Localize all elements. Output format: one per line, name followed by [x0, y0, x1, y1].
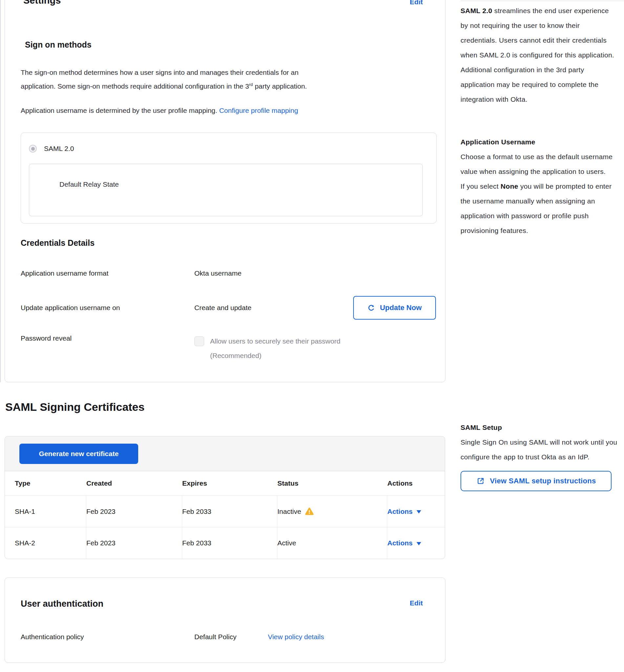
page-left-divider [0, 0, 1, 382]
cell-created: Feb 2023 [86, 496, 182, 527]
view-saml-setup-instructions-button[interactable]: View SAML setup instructions [461, 471, 612, 491]
saml-setup-para: Single Sign On using SAML will not work … [461, 435, 618, 464]
column-header-actions: Actions [387, 471, 445, 495]
actions-dropdown[interactable]: Actions [387, 496, 445, 527]
application-username-para2: If you select None you will be prompted … [461, 179, 618, 238]
authentication-policy-row: Authentication policy Default Policy Vie… [21, 633, 436, 641]
actions-label: Actions [387, 508, 413, 515]
actions-dropdown[interactable]: Actions [387, 527, 445, 559]
saml-radio[interactable] [29, 145, 37, 153]
default-relay-state-label: Default Relay State [59, 181, 119, 188]
update-now-button[interactable]: Update Now [353, 296, 436, 320]
sign-on-description-line1: The sign-on method determines how a user… [21, 65, 436, 79]
column-header-status: Status [277, 471, 387, 495]
certificates-toolbar: Generate new certificate [5, 436, 445, 471]
credentials-details-heading: Credentials Details [21, 238, 436, 248]
actions-label: Actions [387, 539, 413, 547]
saml-setup-heading: SAML Setup [461, 420, 618, 435]
certificates-table-header: Type Created Expires Status Actions [5, 471, 445, 496]
password-reveal-label: Password reveal [21, 334, 194, 343]
user-authentication-title: User authentication [21, 598, 103, 609]
default-relay-state-field: Default Relay State [29, 164, 423, 216]
table-row-sha2: SHA-2 Feb 2023 Feb 2033 Active Actions [5, 527, 445, 559]
sign-on-methods-heading: Sign on methods [25, 40, 436, 50]
settings-title: Settings [23, 0, 61, 6]
column-header-type: Type [15, 471, 86, 495]
ordinal-superscript: rd [249, 82, 253, 87]
radio-dot-icon [31, 147, 35, 151]
certificates-panel: Generate new certificate Type Created Ex… [5, 436, 445, 559]
column-header-created: Created [86, 471, 182, 495]
view-policy-details-link[interactable]: View policy details [268, 633, 324, 641]
user-authentication-edit-link[interactable]: Edit [410, 598, 423, 608]
status-text: Inactive [277, 508, 301, 515]
cell-type: SHA-1 [15, 496, 86, 527]
settings-card-header: Settings Edit [21, 0, 436, 7]
saml-setup-section: SAML Setup Single Sign On using SAML wil… [461, 420, 618, 491]
caret-down-icon [417, 510, 421, 513]
update-now-label: Update Now [380, 303, 421, 312]
saml-signing-certificates-heading: SAML Signing Certificates [5, 400, 445, 414]
password-reveal-description: Allow users to securely see their passwo… [210, 334, 340, 363]
saml-help-text: SAML 2.0 streamlines the end user experi… [461, 3, 618, 107]
configure-profile-mapping-link[interactable]: Configure profile mapping [219, 107, 298, 114]
update-username-value: Create and update [194, 303, 252, 312]
update-username-row: Update application username on Create an… [21, 296, 436, 320]
authentication-policy-label: Authentication policy [21, 633, 194, 641]
status-text: Active [277, 539, 296, 547]
password-reveal-row: Password reveal Allow users to securely … [21, 334, 436, 363]
saml-setup-button-label: View SAML setup instructions [490, 477, 596, 485]
saml-radio-row: SAML 2.0 [29, 145, 436, 153]
cell-status: Active [277, 527, 387, 559]
help-sidebar: SAML 2.0 streamlines the end user experi… [461, 0, 618, 672]
refresh-icon [367, 304, 375, 312]
settings-edit-link[interactable]: Edit [410, 0, 423, 7]
cell-type: SHA-2 [15, 527, 86, 559]
cell-created: Feb 2023 [86, 527, 182, 559]
generate-new-certificate-button[interactable]: Generate new certificate [19, 443, 138, 464]
saml-method-box: SAML 2.0 Default Relay State [21, 133, 437, 223]
main-column: Settings Edit Sign on methods The sign-o… [5, 0, 445, 672]
caret-down-icon [417, 542, 421, 545]
saml-radio-label: SAML 2.0 [44, 145, 74, 153]
authentication-policy-value: Default Policy [194, 633, 268, 641]
page: Settings Edit Sign on methods The sign-o… [0, 0, 624, 672]
username-format-label: Application username format [21, 269, 194, 277]
column-header-expires: Expires [182, 471, 277, 495]
sign-on-description: The sign-on method determines how a user… [21, 65, 436, 93]
user-authentication-header: User authentication Edit [21, 598, 436, 609]
cell-status: Inactive [277, 496, 387, 527]
application-username-heading: Application Username [461, 135, 618, 149]
warning-icon [305, 507, 314, 516]
user-authentication-card: User authentication Edit Authentication … [5, 577, 445, 663]
app-username-note: Application username is determined by th… [21, 104, 436, 117]
sign-on-description-line2: application. Some sign-on methods requir… [21, 79, 436, 93]
application-username-para1: Choose a format to use as the default us… [461, 149, 618, 179]
username-format-value: Okta username [194, 269, 241, 277]
sidebar-top-divider [461, 1, 624, 1]
update-username-label: Update application username on [21, 303, 194, 312]
settings-card: Settings Edit Sign on methods The sign-o… [5, 0, 445, 382]
app-username-note-text: Application username is determined by th… [21, 107, 217, 114]
username-format-row: Application username format Okta usernam… [21, 269, 436, 277]
password-reveal-checkbox[interactable] [194, 336, 204, 346]
cell-expires: Feb 2033 [182, 496, 277, 527]
table-row-sha1: SHA-1 Feb 2023 Feb 2033 Inactive Actions [5, 496, 445, 527]
cell-expires: Feb 2033 [182, 527, 277, 559]
saml-help-section: SAML 2.0 streamlines the end user experi… [461, 3, 618, 107]
application-username-section: Application Username Choose a format to … [461, 135, 618, 238]
external-link-icon [476, 477, 485, 485]
